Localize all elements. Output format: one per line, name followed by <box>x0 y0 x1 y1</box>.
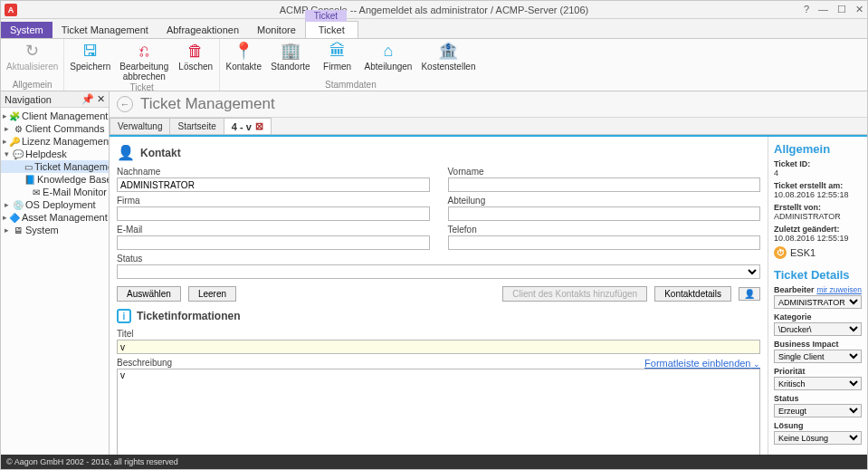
nachname-input[interactable] <box>117 177 430 192</box>
impact-select[interactable]: Single Client <box>774 350 862 363</box>
nav-pane: Navigation 📌 ✕ ▸🧩Client Management▸⚙Clie… <box>1 91 110 455</box>
nav-e-mail-monitor[interactable]: ✉E-Mail Monitor <box>1 186 109 198</box>
tab-verwaltung[interactable]: Verwaltung <box>110 118 170 134</box>
kontaktdetails-button[interactable]: Kontaktdetails <box>654 286 731 302</box>
auswaehlen-button[interactable]: Auswählen <box>117 286 181 302</box>
bank-icon: 🏦 <box>438 41 458 61</box>
company-icon: 🏛 <box>328 41 348 61</box>
minimize-icon[interactable]: ― <box>818 4 828 15</box>
nav-client-commands[interactable]: ▸⚙Client Commands <box>1 122 109 135</box>
save-icon: 🖫 <box>81 41 100 61</box>
client-hinzufuegen-button[interactable]: Client des Kontakts hinzufügen <box>502 286 647 302</box>
beschreibung-textarea[interactable]: v <box>117 369 760 455</box>
ribbon-group-allgemein: Allgemein <box>13 79 52 91</box>
ribbon-abteilungen[interactable]: ⌂Abteilungen <box>365 41 413 72</box>
ribbon: ↻ Aktualisieren Allgemein 🖫 Speichern ⎌ … <box>1 39 867 91</box>
building-icon: 🏢 <box>281 41 300 61</box>
menu-row: System Ticket Management Abfrageaktionen… <box>1 19 867 39</box>
close-icon[interactable]: ✕ <box>855 4 863 15</box>
context-group: Ticket <box>305 10 347 22</box>
nav-ticket-management[interactable]: ▭Ticket Management <box>1 160 109 173</box>
person-icon: 👤 <box>117 144 135 161</box>
ribbon-standorte[interactable]: 🏢Standorte <box>271 41 310 72</box>
loesung-select[interactable]: Keine Lösung <box>774 431 862 445</box>
app-icon: A <box>5 4 17 16</box>
prio-select[interactable]: Kritisch <box>774 377 862 390</box>
nav-helpdesk[interactable]: ▾💬Helpdesk <box>1 148 109 160</box>
nav-header: Navigation 📌 ✕ <box>1 91 109 108</box>
tab-ticket-4v[interactable]: 4 - v ⊠ <box>224 118 272 134</box>
r-details-title: Ticket Details <box>774 268 862 282</box>
kontakt-extra-button[interactable]: 👤 <box>739 287 760 301</box>
org-icon: ⌂ <box>378 41 398 61</box>
nav-asset-management[interactable]: ▸🔷Asset Management <box>1 211 109 224</box>
pin-icon[interactable]: 📌 ✕ <box>81 93 105 105</box>
menu-ticket-mgmt[interactable]: Ticket Management <box>52 22 157 38</box>
ribbon-speichern[interactable]: 🖫 Speichern <box>70 41 110 72</box>
cancel-icon: ⎌ <box>134 41 154 61</box>
ribbon-loeschen[interactable]: 🗑 Löschen <box>177 41 214 72</box>
nav-lizenz-management[interactable]: ▸🔑Lizenz Management <box>1 135 109 148</box>
ribbon-abbrechen[interactable]: ⎌ Bearbeitung abbrechen <box>119 41 168 82</box>
leeren-button[interactable]: Leeren <box>188 286 236 302</box>
r-allgemein-title: Allgemein <box>774 142 862 156</box>
pin-icon: 📍 <box>234 41 253 61</box>
menu-context-ticket[interactable]: Ticket <box>305 21 358 38</box>
help-icon[interactable]: ? <box>804 4 809 15</box>
ribbon-group-stammdaten: Stammdaten <box>325 79 377 91</box>
kategorie-select[interactable]: \Drucker\ <box>774 322 862 336</box>
menu-system[interactable]: System <box>1 22 52 38</box>
section-ticketinfo: Ticketinformationen <box>137 310 240 322</box>
email-input[interactable] <box>117 235 430 250</box>
title-bar: A ACMP Console -- Angemeldet als adminis… <box>1 1 867 19</box>
back-button[interactable]: ← <box>117 96 133 112</box>
bearbeiter-select[interactable]: ADMINISTRATOR <box>774 295 862 309</box>
vorname-input[interactable] <box>448 177 761 192</box>
nav-knowledge-base[interactable]: 📘Knowledge Base <box>1 173 109 186</box>
mir-zuweisen-link[interactable]: mir zuweisen <box>816 285 862 294</box>
menu-monitore[interactable]: Monitore <box>248 22 305 38</box>
titel-input[interactable] <box>117 340 760 354</box>
firma-input[interactable] <box>117 206 430 221</box>
ribbon-kontakte[interactable]: 📍Kontakte <box>225 41 262 72</box>
ticket-id: 4 <box>774 168 862 177</box>
ribbon-kostenstellen[interactable]: 🏦Kostenstellen <box>421 41 475 72</box>
footer: © Aagon GmbH 2002 - 2016, all rights res… <box>1 455 867 469</box>
info-icon: i <box>117 309 131 323</box>
nav-os-deployment[interactable]: ▸💿OS Deployment <box>1 198 109 211</box>
status-detail-select[interactable]: Erzeugt <box>774 404 862 417</box>
status-select[interactable] <box>117 264 760 279</box>
nav-system[interactable]: ▸🖥System <box>1 224 109 236</box>
telefon-input[interactable] <box>448 235 761 250</box>
tab-startseite[interactable]: Startseite <box>169 118 224 134</box>
esk-badge: ⏱ESK1 <box>774 246 816 259</box>
menu-abfrage[interactable]: Abfrageaktionen <box>157 22 248 38</box>
ribbon-aktualisieren[interactable]: ↻ Aktualisieren <box>6 41 58 72</box>
formatleiste-link[interactable]: Formatleiste einblenden ⌄ <box>644 358 760 369</box>
refresh-icon: ↻ <box>23 41 43 61</box>
tab-close-icon[interactable]: ⊠ <box>255 120 263 132</box>
abteilung-input[interactable] <box>448 206 761 221</box>
page-title: Ticket Management <box>140 95 275 113</box>
ribbon-firmen[interactable]: 🏛Firmen <box>320 41 356 72</box>
delete-icon: 🗑 <box>186 41 205 61</box>
section-kontakt: Kontakt <box>140 147 181 159</box>
nav-client-management[interactable]: ▸🧩Client Management <box>1 110 109 122</box>
maximize-icon[interactable]: ☐ <box>837 4 846 15</box>
